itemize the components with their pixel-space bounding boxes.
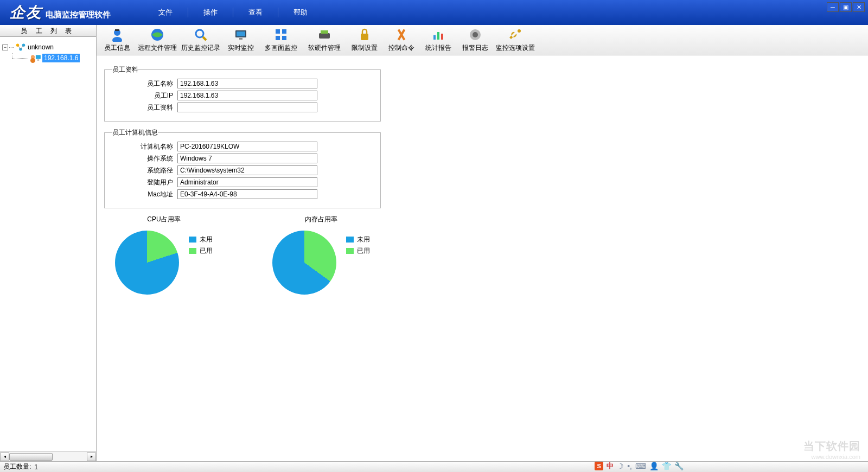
- tb-hwsoft[interactable]: 软硬件管理: [303, 25, 346, 55]
- ime-punct-icon[interactable]: •,: [627, 462, 632, 470]
- mem-chart-title: 内存占用率: [305, 215, 337, 224]
- scroll-thumb[interactable]: [9, 453, 53, 461]
- tree-child-row[interactable]: 192.168.1.6: [12, 53, 94, 63]
- svg-rect-21: [282, 36, 286, 40]
- tb-employee-info[interactable]: 员工信息: [99, 25, 136, 55]
- status-bar: 员工数量: 1: [0, 461, 868, 472]
- ime-skin-icon[interactable]: 👕: [662, 462, 671, 470]
- bell-icon: [468, 27, 483, 42]
- window-controls: ─ ▣ ✕: [827, 2, 865, 12]
- scroll-left-icon[interactable]: ◂: [0, 452, 9, 461]
- tb-history[interactable]: 历史监控记录: [179, 25, 222, 55]
- menu-help[interactable]: 帮助: [278, 8, 323, 17]
- maximize-button[interactable]: ▣: [840, 2, 852, 12]
- swatch-used-icon: [346, 248, 354, 254]
- svg-point-10: [112, 37, 122, 42]
- ime-sogou-icon[interactable]: S: [595, 462, 603, 470]
- main-area: 员工信息 远程文件管理 历史监控记录 实时监控 多画面监控 软硬件管理 限制设置…: [97, 25, 868, 461]
- scroll-right-icon[interactable]: ▸: [87, 452, 96, 461]
- lock-icon: [357, 27, 372, 42]
- user-monitor-icon: [29, 53, 41, 63]
- row-info: 员工资料: [112, 103, 373, 112]
- svg-line-3: [18, 45, 21, 49]
- svg-point-31: [473, 32, 478, 37]
- svg-rect-8: [37, 60, 40, 61]
- svg-line-14: [203, 37, 206, 40]
- row-name: 员工名称: [112, 79, 373, 88]
- tb-control[interactable]: 控制命令: [383, 25, 420, 55]
- tb-multiview[interactable]: 多画面监控: [259, 25, 303, 55]
- group1-legend: 员工资料: [112, 65, 138, 74]
- watermark: 当下软件园 www.downxia.com: [803, 439, 860, 460]
- tb-remote-files[interactable]: 远程文件管理: [136, 25, 179, 55]
- row-ip: 员工IP: [112, 91, 373, 100]
- svg-point-13: [196, 30, 203, 37]
- menu-file[interactable]: 文件: [143, 8, 188, 17]
- charts-area: CPU占用率 未用 已用 内存占用率 未用: [115, 215, 860, 295]
- person-icon: [110, 27, 125, 42]
- globe-icon: [150, 27, 165, 42]
- app-logo: 企友 电脑监控管理软件: [0, 2, 111, 23]
- svg-point-6: [30, 58, 35, 63]
- svg-rect-27: [433, 35, 436, 40]
- ime-keyboard-icon[interactable]: ⌨: [635, 462, 646, 470]
- svg-rect-29: [441, 34, 443, 40]
- minimize-button[interactable]: ─: [827, 2, 839, 12]
- input-mac[interactable]: [177, 189, 317, 199]
- ime-wrench-icon[interactable]: 🔧: [674, 462, 684, 470]
- employee-tree[interactable]: − unknown 192.168.1.6: [0, 37, 96, 451]
- svg-line-4: [21, 45, 24, 49]
- input-os[interactable]: [177, 154, 317, 163]
- tb-settings[interactable]: 监控选项设置: [494, 25, 537, 55]
- menu-view[interactable]: 查看: [233, 8, 278, 17]
- sidebar-title: 员 工 列 表: [0, 25, 96, 37]
- input-employee-data[interactable]: [177, 103, 317, 112]
- cpu-chart-title: CPU占用率: [147, 215, 180, 224]
- ime-moon-icon[interactable]: ☽: [617, 462, 624, 470]
- input-user[interactable]: [177, 177, 317, 187]
- svg-rect-16: [237, 31, 245, 36]
- ime-person-icon[interactable]: 👤: [649, 462, 659, 470]
- grid-icon: [273, 27, 289, 42]
- scanner-icon: [317, 27, 332, 42]
- title-bar: 企友 电脑监控管理软件 文件 操作 查看 帮助 ─ ▣ ✕: [0, 0, 868, 25]
- cpu-legend: 未用 已用: [189, 231, 213, 258]
- svg-rect-18: [276, 29, 280, 34]
- monitor-icon: [233, 27, 248, 42]
- tree-collapse-icon[interactable]: −: [2, 44, 8, 50]
- svg-rect-20: [276, 36, 280, 40]
- svg-point-32: [518, 29, 521, 33]
- chart-icon: [431, 27, 446, 42]
- tb-alarm[interactable]: 报警日志: [457, 25, 494, 55]
- input-syspath[interactable]: [177, 165, 317, 175]
- svg-rect-24: [361, 34, 368, 40]
- group2-legend: 员工计算机信息: [112, 128, 158, 137]
- ime-indicator[interactable]: S 中 ☽ •, ⌨ 👤 👕 🔧: [595, 461, 684, 471]
- tb-report[interactable]: 统计报告: [420, 25, 457, 55]
- swatch-used-icon: [189, 248, 196, 254]
- input-employee-ip[interactable]: [177, 91, 317, 100]
- close-button[interactable]: ✕: [853, 2, 865, 12]
- tree-child-label: 192.168.1.6: [42, 54, 80, 62]
- network-icon: [15, 42, 27, 52]
- svg-rect-19: [282, 29, 286, 34]
- ime-lang[interactable]: 中: [607, 461, 614, 471]
- status-label: 员工数量:: [3, 462, 31, 471]
- tools-icon: [394, 27, 409, 42]
- logo-text: 企友: [10, 2, 42, 23]
- chart-mem: 内存占用率 未用 已用: [272, 215, 370, 295]
- tb-restrict[interactable]: 限制设置: [346, 25, 383, 55]
- tb-realtime[interactable]: 实时监控: [222, 25, 259, 55]
- svg-rect-28: [437, 32, 439, 40]
- tree-root-row[interactable]: − unknown: [2, 42, 94, 52]
- input-employee-name[interactable]: [177, 79, 317, 88]
- menu-action[interactable]: 操作: [188, 8, 233, 17]
- svg-rect-17: [239, 38, 242, 40]
- mem-legend: 未用 已用: [346, 231, 370, 258]
- group-computer-info: 员工计算机信息 计算机名称 操作系统 系统路径 登陆用户 Mac地址: [104, 128, 381, 208]
- content-panel: 员工资料 员工名称 员工IP 员工资料 员工计算机信息 计算机名称 操作系统 系…: [97, 55, 868, 461]
- sidebar: 员 工 列 表 − unknown 192.168.1.6 ◂ ▸: [0, 25, 97, 461]
- swatch-unused-icon: [189, 237, 196, 243]
- sidebar-scrollbar[interactable]: ◂ ▸: [0, 451, 96, 461]
- input-computer-name[interactable]: [177, 142, 317, 151]
